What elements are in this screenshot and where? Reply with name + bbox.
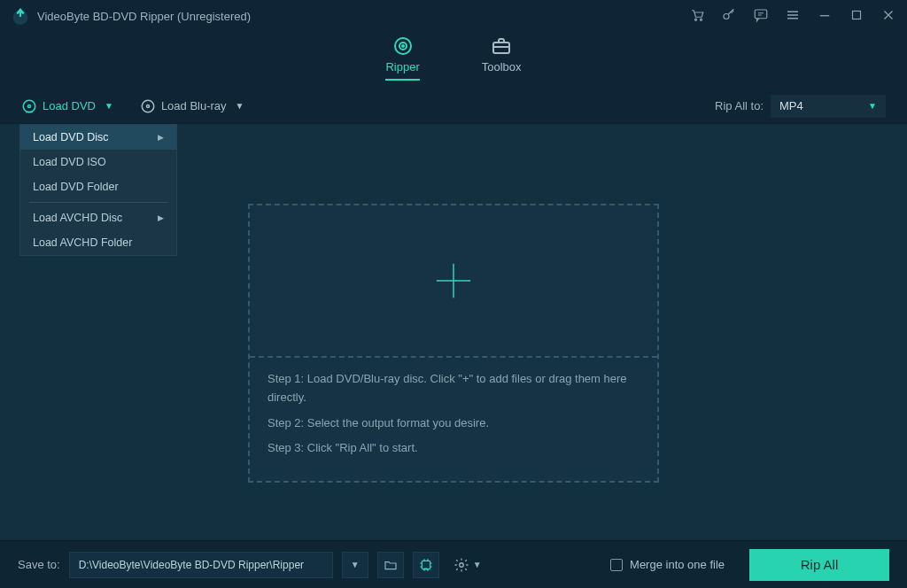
menu-load-avchd-disc-label: Load AVCHD Disc xyxy=(33,205,122,230)
svg-point-14 xyxy=(146,104,149,107)
menu-load-avchd-disc[interactable]: Load AVCHD Disc ▶ xyxy=(20,205,176,230)
menu-load-avchd-folder-label: Load AVCHD Folder xyxy=(33,230,132,255)
maximize-icon[interactable] xyxy=(849,7,864,26)
chevron-down-icon: ▼ xyxy=(473,560,482,569)
svg-point-3 xyxy=(724,13,729,19)
svg-text:ON: ON xyxy=(423,568,429,571)
svg-text:DVD: DVD xyxy=(26,110,33,113)
svg-point-8 xyxy=(402,45,404,47)
dvd-disc-icon: DVD xyxy=(21,98,37,114)
tab-toolbox-label: Toolbox xyxy=(482,60,522,74)
step2-text: Step 2: Select the output format you des… xyxy=(267,414,640,433)
load-dvd-menu: Load DVD Disc ▶ Load DVD ISO Load DVD Fo… xyxy=(19,124,177,256)
chevron-right-icon: ▶ xyxy=(158,125,164,150)
feedback-icon[interactable] xyxy=(753,7,769,26)
menu-load-dvd-iso[interactable]: Load DVD ISO xyxy=(20,150,176,174)
menu-load-dvd-disc[interactable]: Load DVD Disc ▶ xyxy=(20,125,176,150)
chevron-down-icon: ▼ xyxy=(105,101,113,111)
svg-point-11 xyxy=(28,104,31,107)
tab-ripper[interactable]: Ripper xyxy=(385,35,419,81)
load-bluray-label: Load Blu-ray xyxy=(161,99,227,112)
load-dvd-button[interactable]: DVD Load DVD ▼ xyxy=(21,98,113,114)
menu-load-dvd-iso-label: Load DVD ISO xyxy=(33,150,106,174)
settings-dropdown[interactable]: ▼ xyxy=(454,557,482,573)
load-dvd-label: Load DVD xyxy=(43,99,96,112)
plus-icon xyxy=(433,260,474,301)
chevron-down-icon: ▼ xyxy=(236,101,244,111)
drop-zone[interactable]: Step 1: Load DVD/Blu-ray disc. Click "+"… xyxy=(248,204,659,483)
merge-into-one-file[interactable]: Merge into one file xyxy=(610,558,725,571)
step1-text: Step 1: Load DVD/Blu-ray disc. Click "+"… xyxy=(267,370,640,407)
window-title: VideoByte BD-DVD Ripper (Unregistered) xyxy=(37,10,689,23)
folder-icon xyxy=(384,558,398,572)
menu-separator xyxy=(29,202,167,203)
gpu-icon: ON xyxy=(419,558,433,572)
svg-point-1 xyxy=(694,19,696,20)
tab-ripper-label: Ripper xyxy=(385,60,419,74)
gpu-accel-button[interactable]: ON xyxy=(413,552,439,578)
drop-zone-steps: Step 1: Load DVD/Blu-ray disc. Click "+"… xyxy=(250,358,657,481)
save-to-label: Save to: xyxy=(18,558,60,571)
rip-all-to: Rip All to: MP4 ▼ xyxy=(715,95,886,118)
cart-icon[interactable] xyxy=(689,7,705,26)
svg-point-17 xyxy=(459,562,463,567)
close-icon[interactable] xyxy=(880,7,896,26)
menu-load-avchd-folder[interactable]: Load AVCHD Folder xyxy=(20,230,176,255)
rip-all-to-label: Rip All to: xyxy=(715,99,764,112)
bluray-disc-icon xyxy=(140,98,156,114)
chevron-down-icon: ▼ xyxy=(868,101,877,111)
save-path-field[interactable]: D:\VideoByte\VideoByte BD-DVD Ripper\Rip… xyxy=(69,552,333,578)
step3-text: Step 3: Click "Rip All" to start. xyxy=(267,439,640,458)
merge-label: Merge into one file xyxy=(630,558,725,571)
menu-load-dvd-disc-label: Load DVD Disc xyxy=(33,125,108,150)
svg-point-2 xyxy=(700,19,702,20)
minimize-icon[interactable] xyxy=(817,7,833,26)
drop-zone-plus-area[interactable] xyxy=(250,205,657,356)
menu-load-dvd-folder[interactable]: Load DVD Folder xyxy=(20,174,176,199)
merge-checkbox[interactable] xyxy=(610,559,623,571)
tab-toolbox[interactable]: Toolbox xyxy=(482,35,522,81)
title-bar: VideoByte BD-DVD Ripper (Unregistered) xyxy=(0,0,907,32)
load-bluray-button[interactable]: Load Blu-ray ▼ xyxy=(140,98,244,114)
rip-all-format-select[interactable]: MP4 ▼ xyxy=(771,95,886,118)
bottom-bar: Save to: D:\VideoByte\VideoByte BD-DVD R… xyxy=(0,540,907,588)
chevron-down-icon: ▼ xyxy=(351,560,360,569)
load-bar: DVD Load DVD ▼ Load Blu-ray ▼ Rip All to… xyxy=(0,89,907,124)
svg-rect-5 xyxy=(853,11,861,19)
gear-icon xyxy=(454,557,469,573)
save-path-dropdown-button[interactable]: ▼ xyxy=(342,552,368,578)
save-path-value: D:\VideoByte\VideoByte BD-DVD Ripper\Rip… xyxy=(79,559,304,571)
rip-all-button[interactable]: Rip All xyxy=(749,549,889,581)
menu-load-dvd-folder-label: Load DVD Folder xyxy=(33,174,119,199)
key-icon[interactable] xyxy=(721,7,737,26)
ripper-icon xyxy=(392,35,414,57)
app-logo-icon xyxy=(11,6,30,26)
svg-point-13 xyxy=(142,100,154,112)
toolbox-icon xyxy=(491,35,512,57)
chevron-right-icon: ▶ xyxy=(158,205,164,230)
open-folder-button[interactable] xyxy=(377,552,404,578)
menu-icon[interactable] xyxy=(785,7,801,26)
svg-rect-4 xyxy=(755,10,767,19)
main-tabs: Ripper Toolbox xyxy=(0,35,907,89)
rip-all-format-value: MP4 xyxy=(779,99,803,112)
